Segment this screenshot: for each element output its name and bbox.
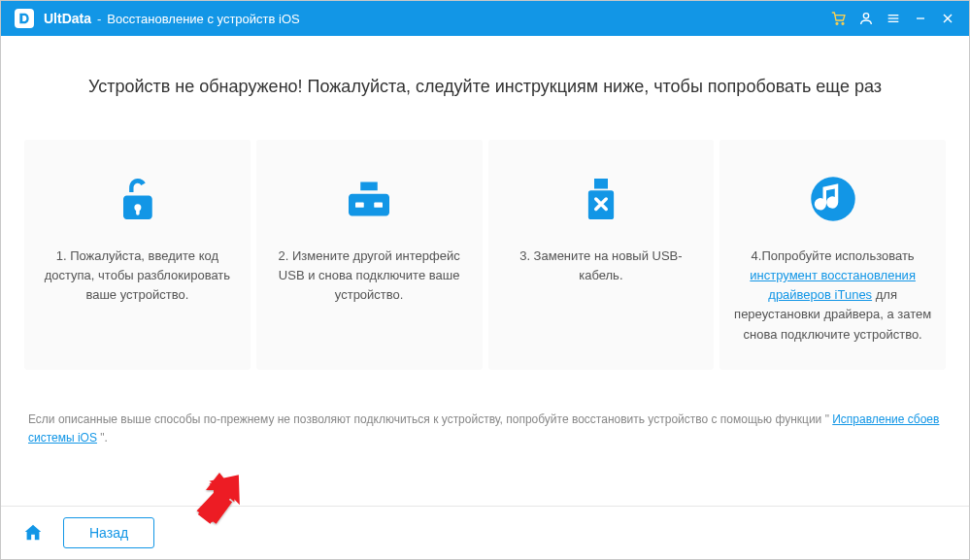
unlock-icon	[38, 161, 237, 237]
minimize-icon	[913, 11, 928, 26]
svg-point-0	[836, 22, 838, 24]
home-button[interactable]	[18, 518, 48, 547]
tip-text: 2. Измените другой интерфейс USB и снова…	[270, 247, 469, 305]
svg-rect-12	[374, 203, 383, 208]
footer-bar: Назад	[1, 506, 969, 559]
svg-point-2	[863, 14, 868, 18]
window-subtitle: Восстановление с устройств iOS	[107, 12, 299, 26]
close-button[interactable]	[934, 1, 961, 36]
cart-icon	[831, 11, 847, 26]
cart-button[interactable]	[825, 1, 853, 36]
usb-hub-icon	[270, 161, 469, 237]
tip-card-1: 1. Пожалуйста, введите код доступа, чтоб…	[24, 140, 251, 370]
bottom-note-suffix: ".	[97, 431, 108, 445]
tip-text-prefix: 4.Попробуйте использовать	[752, 248, 915, 263]
tip-card-3: 3. Замените на новый USB-кабель.	[488, 140, 715, 370]
bottom-note: Если описанные выше способы по-прежнему …	[24, 411, 946, 447]
hamburger-icon	[886, 11, 901, 26]
app-name: UltData	[44, 11, 91, 26]
page-headline: Устройств не обнаружено! Пожалуйста, сле…	[24, 77, 946, 97]
app-window: UltData - Восстановление с устройств iOS…	[0, 0, 970, 560]
tip-card-4: 4.Попробуйте использовать инструмент вос…	[719, 140, 946, 370]
svg-rect-11	[355, 203, 364, 208]
account-button[interactable]	[853, 1, 880, 36]
menu-button[interactable]	[880, 1, 907, 36]
usb-cancel-icon	[502, 161, 701, 237]
main-content: Устройств не обнаружено! Пожалуйста, сле…	[1, 36, 969, 506]
svg-rect-10	[137, 210, 141, 215]
bottom-note-prefix: Если описанные выше способы по-прежнему …	[28, 412, 832, 426]
svg-point-1	[842, 22, 844, 24]
home-icon	[22, 522, 44, 544]
minimize-button[interactable]	[907, 1, 934, 36]
user-icon	[858, 11, 874, 26]
close-icon	[940, 11, 955, 26]
music-disc-icon	[733, 161, 932, 237]
tip-text: 1. Пожалуйста, введите код доступа, чтоб…	[38, 247, 237, 305]
tip-text: 4.Попробуйте использовать инструмент вос…	[733, 247, 932, 345]
tips-row: 1. Пожалуйста, введите код доступа, чтоб…	[24, 140, 946, 370]
title-separator: -	[97, 12, 101, 26]
tip-text: 3. Замените на новый USB-кабель.	[502, 247, 701, 285]
titlebar: UltData - Восстановление с устройств iOS	[1, 1, 969, 36]
app-logo	[15, 9, 34, 28]
tip-card-2: 2. Измените другой интерфейс USB и снова…	[256, 140, 483, 370]
back-button[interactable]: Назад	[63, 517, 154, 548]
